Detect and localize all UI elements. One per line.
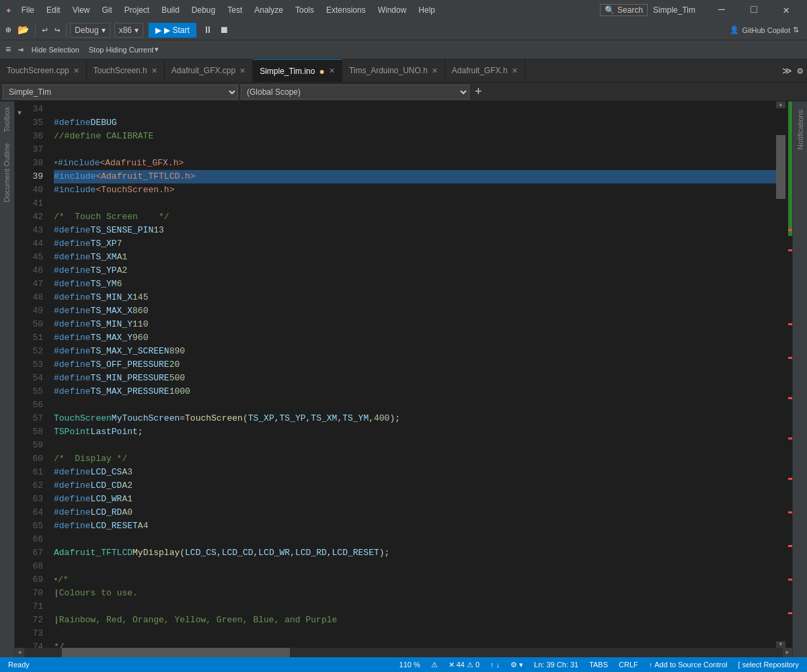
top-gutter-marker: ▼ bbox=[15, 101, 24, 117]
code-area[interactable]: #define DEBUG //#define CALIBRATE ▾#incl… bbox=[48, 101, 776, 648]
stop-hiding-button[interactable]: Stop Hiding Current ▾ bbox=[85, 44, 163, 55]
right-margin-indicators bbox=[785, 101, 792, 648]
pause-btn[interactable]: ⏸ bbox=[200, 24, 215, 37]
select-repository-button[interactable]: [ select Repository bbox=[736, 661, 802, 669]
status-nav-arrows[interactable]: ↑ ↓ bbox=[488, 661, 502, 669]
ln-38: 38 bbox=[24, 157, 48, 170]
menu-git[interactable]: Git bbox=[96, 4, 117, 16]
menu-analyze[interactable]: Analyze bbox=[249, 4, 289, 16]
code-line-51: #define TS_MAX_Y 960 bbox=[54, 331, 776, 345]
tabs-settings-button[interactable]: ⚙ bbox=[796, 64, 804, 78]
platform-dropdown[interactable]: x86 ▾ bbox=[114, 23, 143, 38]
minimize-button[interactable]: ─ bbox=[706, 0, 737, 20]
menu-debug[interactable]: Debug bbox=[186, 4, 221, 16]
ln-36: 36 bbox=[24, 130, 48, 143]
tab-touchscreen-cpp[interactable]: TouchScreen.cpp ✕ bbox=[0, 59, 87, 83]
tab-touchscreen-h[interactable]: TouchScreen.h ✕ bbox=[87, 59, 165, 83]
start-button[interactable]: ▶ ▶ Start bbox=[149, 23, 196, 38]
editor-scroll[interactable]: ▼ 34 35 36 37 38 39 40 41 42 43 44 45 46 bbox=[15, 101, 792, 648]
menu-view[interactable]: View bbox=[67, 4, 95, 16]
status-tabs[interactable]: TABS bbox=[586, 661, 611, 669]
toolbar2: ≡ ⇥ Hide Selection Stop Hiding Current ▾ bbox=[0, 40, 807, 59]
scroll-down-arrow[interactable]: ▼ bbox=[776, 641, 785, 648]
undo-btn[interactable]: ↩ bbox=[39, 23, 50, 37]
status-settings[interactable]: ⚙ ▾ bbox=[508, 661, 526, 669]
scope-selector[interactable]: (Global Scope) bbox=[241, 85, 469, 99]
status-line-ending[interactable]: CRLF bbox=[616, 661, 641, 669]
tab-adafruit-gfx-h[interactable]: Adafruit_GFX.h ✕ bbox=[445, 59, 525, 83]
tab-close-icon[interactable]: ✕ bbox=[239, 67, 245, 75]
search-box[interactable]: 🔍 Search bbox=[600, 4, 648, 16]
open-btn[interactable]: 📂 bbox=[15, 23, 32, 37]
tab-tims-arduino[interactable]: Tims_Arduino_UNO.h ✕ bbox=[342, 59, 445, 83]
line-number-status: Ln: 39 bbox=[534, 661, 555, 669]
code-line-54: #define TS_MIN_PRESSURE 500 bbox=[54, 372, 776, 385]
add-to-source-control-button[interactable]: ↑ Add to Source Control bbox=[646, 661, 730, 669]
ln-66: 66 bbox=[24, 533, 48, 546]
menu-file[interactable]: File bbox=[16, 4, 40, 16]
ln-73: 73 bbox=[24, 627, 48, 640]
window-title: Simple_Tim bbox=[653, 5, 695, 15]
menu-build[interactable]: Build bbox=[156, 4, 185, 16]
ln-61: 61 bbox=[24, 466, 48, 479]
status-warnings-icon[interactable]: ⚠ bbox=[428, 661, 440, 669]
stop-btn[interactable]: ⏹ bbox=[217, 24, 231, 37]
close-button[interactable]: ✕ bbox=[771, 0, 802, 20]
menu-project[interactable]: Project bbox=[119, 4, 155, 16]
status-ready: Ready bbox=[5, 661, 32, 669]
menu-tools[interactable]: Tools bbox=[290, 4, 319, 16]
status-errors[interactable]: ✕ 44 ⚠ 0 bbox=[446, 661, 482, 669]
code-line-55: #define TS_MAX_PRESSURE 1000 bbox=[54, 385, 776, 398]
margin-red-1 bbox=[788, 229, 792, 231]
redo-btn[interactable]: ↪ bbox=[52, 23, 63, 37]
tab-close-icon[interactable]: ✕ bbox=[512, 67, 518, 75]
toolbox-label[interactable]: Toolbox bbox=[0, 101, 14, 138]
code-line-60: /* Display */ bbox=[54, 452, 776, 466]
github-copilot[interactable]: 👤 GitHub Copilot ⇅ bbox=[724, 26, 804, 34]
maximize-button[interactable]: □ bbox=[738, 0, 769, 20]
menu-test[interactable]: Test bbox=[222, 4, 247, 16]
select-repo-label: [ select Repository bbox=[738, 661, 799, 669]
warning-count: 0 bbox=[475, 661, 479, 669]
ln-39: 39 bbox=[24, 170, 48, 183]
ln-40: 40 bbox=[24, 183, 48, 197]
status-line-col[interactable]: Ln: 39 Ch: 31 bbox=[531, 661, 581, 669]
menu-window[interactable]: Window bbox=[373, 4, 412, 16]
error-icon: ✕ bbox=[449, 661, 455, 669]
indent-btn[interactable]: ⇥ bbox=[15, 42, 26, 56]
status-zoom[interactable]: 110 % bbox=[397, 661, 423, 669]
code-line-72: | Rainbow, Red, Orange, Yellow, Green, B… bbox=[54, 614, 776, 627]
tab-adafruit-gfx-cpp[interactable]: Adafruit_GFX.cpp ✕ bbox=[165, 59, 253, 83]
build-config-dropdown[interactable]: Debug ▾ bbox=[70, 23, 110, 38]
nav-add-button[interactable]: + bbox=[472, 85, 485, 99]
scroll-left-arrow[interactable]: ◀ bbox=[15, 648, 24, 657]
scroll-right-arrow[interactable]: ▶ bbox=[783, 648, 792, 657]
new-project-btn[interactable]: ⊕ bbox=[3, 23, 13, 37]
horizontal-scrollbar[interactable]: ◀ ▶ bbox=[15, 648, 792, 657]
tab-close-icon[interactable]: ✕ bbox=[73, 67, 79, 75]
ln-58: 58 bbox=[24, 425, 48, 439]
h-scroll-thumb[interactable] bbox=[62, 648, 289, 657]
tab-close-icon[interactable]: ✕ bbox=[432, 67, 438, 75]
document-outline-label[interactable]: Document Outline bbox=[0, 138, 14, 208]
code-line-71 bbox=[54, 600, 776, 614]
tab-simple-tim-ino[interactable]: Simple_Tim.ino ● ✕ bbox=[253, 59, 342, 83]
outline-btn[interactable]: ≡ bbox=[3, 43, 13, 56]
scroll-thumb[interactable] bbox=[776, 135, 785, 199]
code-line-73 bbox=[54, 627, 776, 640]
notifications-label[interactable]: Notifications bbox=[794, 104, 807, 155]
tabs-overflow-button[interactable]: ≫ bbox=[781, 64, 794, 78]
code-line-70: | Colours to use. bbox=[54, 587, 776, 600]
code-line-35: #define DEBUG bbox=[54, 116, 776, 130]
vertical-scrollbar[interactable]: ▲ ▼ bbox=[776, 101, 785, 648]
tab-close-icon[interactable]: ✕ bbox=[329, 67, 335, 75]
scroll-up-arrow[interactable]: ▲ bbox=[776, 101, 785, 108]
ln-37: 37 bbox=[24, 143, 48, 157]
tab-close-icon[interactable]: ✕ bbox=[151, 67, 157, 75]
menu-edit[interactable]: Edit bbox=[41, 4, 66, 16]
margin-red-5 bbox=[788, 397, 792, 399]
ln-46: 46 bbox=[24, 264, 48, 278]
project-selector[interactable]: Simple_Tim bbox=[3, 85, 238, 99]
menu-extensions[interactable]: Extensions bbox=[321, 4, 371, 16]
menu-help[interactable]: Help bbox=[413, 4, 440, 16]
